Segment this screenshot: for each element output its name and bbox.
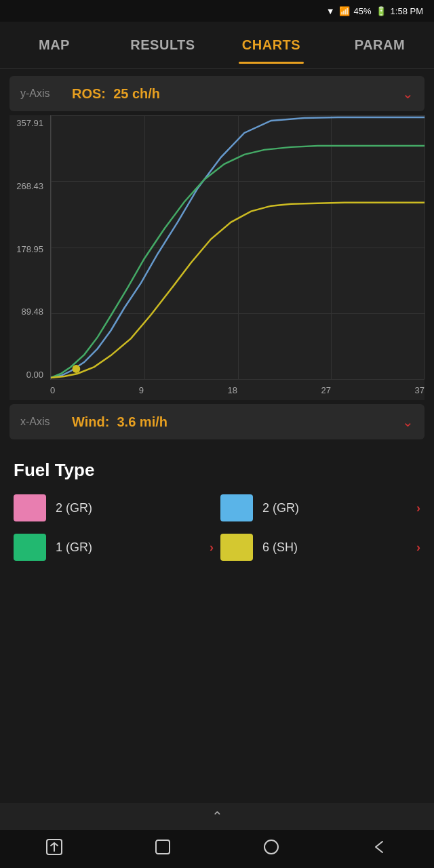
x-axis-value: Wind: 3.6 mi/h — [72, 414, 402, 430]
x-label-3: 27 — [321, 385, 331, 395]
x-axis-labels: 0 9 18 27 37 — [50, 380, 425, 400]
y-label-3: 268.43 — [9, 181, 47, 191]
x-label-0: 0 — [50, 385, 55, 395]
tab-map[interactable]: MAP — [0, 26, 108, 64]
nav-square-icon[interactable] — [153, 837, 172, 861]
wifi-icon: ▼ — [326, 6, 335, 16]
legend-grid: 2 (GR) 2 (GR) › 1 (GR) › 6 (SH) › — [14, 494, 420, 561]
x-axis-metric-value: 3.6 mi/h — [117, 414, 167, 429]
legend-item-yellow[interactable]: 6 (SH) › — [220, 534, 420, 561]
legend-section: Fuel Type 2 (GR) 2 (GR) › 1 (GR) › 6 (SH… — [0, 446, 434, 568]
chart-marker-yellow — [72, 365, 80, 373]
y-label-1: 89.48 — [9, 307, 47, 317]
chart-line-yellow — [51, 203, 425, 378]
y-axis-selector[interactable]: y-Axis ROS: 25 ch/h ⌄ — [9, 76, 425, 111]
tab-results[interactable]: RESULTS — [108, 26, 217, 64]
x-label-2: 18 — [228, 385, 237, 395]
chart-line-green — [51, 146, 425, 378]
y-axis-metric-name: ROS: — [72, 86, 106, 101]
x-axis-label: x-Axis — [20, 416, 61, 428]
chart-plot — [50, 115, 425, 380]
svg-point-2 — [264, 840, 278, 854]
legend-title: Fuel Type — [14, 460, 420, 481]
nav-bar — [0, 830, 434, 868]
legend-swatch-yellow — [220, 534, 253, 561]
chart-area: 357.91 268.43 178.95 89.48 0.00 — [9, 115, 425, 400]
y-label-4: 357.91 — [9, 118, 47, 128]
status-bar: ▼ 📶 45% 🔋 1:58 PM — [0, 0, 434, 22]
legend-label-blue: 2 (GR) — [262, 501, 407, 515]
x-label-1: 9 — [139, 385, 144, 395]
x-axis-selector[interactable]: x-Axis Wind: 3.6 mi/h ⌄ — [9, 404, 425, 439]
tab-bar: MAP RESULTS CHARTS PARAM — [0, 22, 434, 69]
svg-rect-1 — [156, 840, 170, 854]
signal-icon: 📶 — [339, 6, 350, 16]
x-axis-chevron-down-icon: ⌄ — [402, 414, 414, 430]
time: 1:58 PM — [391, 6, 423, 16]
chart-container: 357.91 268.43 178.95 89.48 0.00 — [9, 115, 425, 400]
legend-arrow-yellow: › — [416, 540, 420, 555]
nav-back-icon[interactable] — [370, 837, 389, 861]
legend-arrow-green: › — [210, 540, 214, 555]
legend-swatch-blue — [220, 494, 253, 521]
battery-percentage: 45% — [354, 6, 372, 16]
legend-label-yellow: 6 (SH) — [262, 540, 407, 555]
y-axis-labels: 357.91 268.43 178.95 89.48 0.00 — [9, 115, 50, 380]
chart-line-blue — [51, 117, 425, 378]
battery-icon: 🔋 — [376, 6, 387, 16]
legend-label-green: 1 (GR) — [56, 540, 200, 555]
y-axis-metric-value: 25 ch/h — [113, 86, 160, 101]
legend-label-pink: 2 (GR) — [56, 501, 214, 515]
y-label-2: 178.95 — [9, 244, 47, 254]
legend-item-blue[interactable]: 2 (GR) › — [220, 494, 420, 521]
legend-item-pink[interactable]: 2 (GR) — [14, 494, 214, 521]
legend-swatch-green — [14, 534, 46, 561]
tab-param[interactable]: PARAM — [326, 26, 434, 64]
legend-arrow-blue: › — [416, 501, 420, 515]
nav-upload-icon[interactable] — [45, 837, 64, 861]
legend-swatch-pink — [14, 494, 46, 521]
legend-item-green[interactable]: 1 (GR) › — [14, 534, 214, 561]
x-axis-metric-name: Wind: — [72, 414, 109, 429]
x-label-4: 37 — [415, 385, 425, 395]
y-axis-chevron-down-icon: ⌄ — [402, 85, 414, 102]
y-axis-label: y-Axis — [20, 87, 61, 100]
expand-up-icon: ⌃ — [212, 808, 223, 825]
y-axis-value: ROS: 25 ch/h — [72, 86, 402, 102]
tab-charts[interactable]: CHARTS — [217, 26, 326, 64]
chart-svg — [51, 115, 425, 379]
nav-home-icon[interactable] — [262, 837, 281, 861]
expand-bar[interactable]: ⌃ — [0, 803, 434, 830]
y-label-0: 0.00 — [9, 370, 47, 380]
